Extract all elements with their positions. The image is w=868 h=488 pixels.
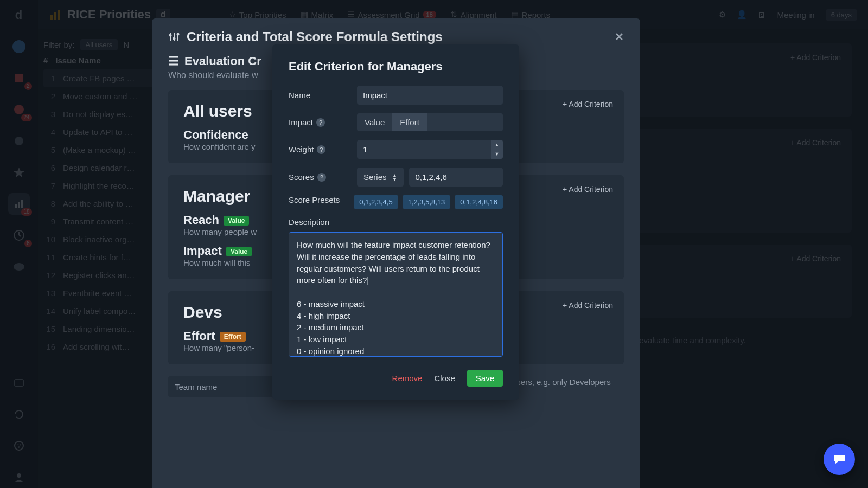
add-criterion-button[interactable]: + Add Criterion (563, 185, 613, 194)
chat-icon (832, 452, 847, 467)
remove-button[interactable]: Remove (392, 374, 423, 383)
presets-label: Score Presets (289, 195, 354, 204)
chevron-updown-icon: ▲▼ (392, 174, 398, 181)
close-button[interactable]: Close (434, 374, 455, 383)
value-tag: Value (226, 247, 252, 256)
sliders-icon: ☰ (168, 54, 179, 68)
help-icon[interactable]: ? (317, 145, 326, 154)
weight-input[interactable] (357, 140, 491, 159)
impact-toggle: Value Effort (357, 113, 503, 131)
help-icon[interactable]: ? (316, 118, 325, 127)
impact-value-option[interactable]: Value (357, 113, 392, 131)
scores-input[interactable] (409, 168, 503, 187)
add-criterion-button[interactable]: + Add Criterion (563, 301, 613, 310)
save-button[interactable]: Save (467, 370, 503, 387)
series-select[interactable]: Series ▲▼ (357, 168, 404, 187)
sliders-icon (168, 31, 180, 43)
help-icon[interactable]: ? (317, 173, 326, 182)
name-input[interactable] (357, 86, 503, 105)
preset-chip[interactable]: 0,1,2,4,8,16 (455, 195, 503, 209)
close-icon[interactable]: ✕ (615, 30, 624, 43)
chat-fab[interactable] (824, 444, 855, 475)
svg-point-18 (177, 33, 180, 36)
impact-label: Impact? (289, 118, 357, 127)
name-label: Name (289, 91, 357, 100)
description-textarea[interactable] (289, 232, 503, 357)
impact-effort-option[interactable]: Effort (392, 113, 427, 131)
weight-down[interactable]: ▼ (491, 149, 503, 158)
scores-label: Scores? (289, 172, 357, 182)
add-criterion-button[interactable]: + Add Criterion (563, 100, 613, 108)
svg-point-16 (169, 34, 172, 37)
weight-label: Weight? (289, 145, 357, 154)
description-label: Description (289, 217, 503, 227)
effort-tag: Effort (220, 332, 246, 342)
preset-chip[interactable]: 0,1,2,3,4,5 (354, 195, 398, 209)
svg-point-17 (173, 37, 176, 40)
modal-title: Criteria and Total Score Formula Setting… (187, 29, 443, 44)
dialog-title: Edit Criterion for Managers (289, 60, 503, 74)
weight-up[interactable]: ▲ (491, 140, 503, 149)
edit-criterion-dialog: Edit Criterion for Managers Name Impact?… (272, 44, 519, 400)
team-placeholder: Team name (175, 382, 217, 391)
preset-chip[interactable]: 1,2,3,5,8,13 (403, 195, 451, 209)
value-tag: Value (224, 216, 249, 226)
series-label: Series (363, 172, 387, 182)
